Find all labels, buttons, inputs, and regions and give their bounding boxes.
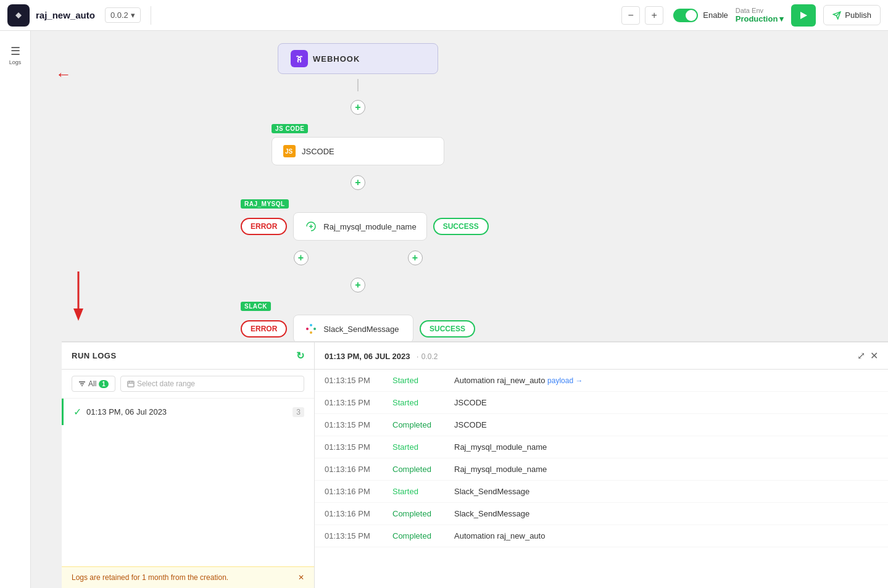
log-name: Slack_SendMessage <box>454 509 878 518</box>
log-status: Started <box>392 398 454 407</box>
slack-error-badge[interactable]: ERROR <box>241 320 287 337</box>
run-button[interactable] <box>791 4 816 27</box>
slack-label: Slack_SendMessage <box>323 325 399 334</box>
add-connector-3[interactable]: + <box>351 278 365 292</box>
slack-success-badge[interactable]: SUCCESS <box>420 320 475 337</box>
log-table-row: 01:13:15 PM Completed JSCODE <box>315 414 888 436</box>
topbar-divider <box>151 6 151 25</box>
jscode-node[interactable]: JS JSCODE <box>272 137 444 165</box>
data-env-label: Data Env <box>736 7 763 14</box>
log-table: 01:13:15 PM Started Automation raj_new_a… <box>315 370 888 588</box>
toggle-switch[interactable] <box>673 9 698 22</box>
webhook-node[interactable]: WEBHOOK <box>278 43 438 74</box>
log-time: 01:13:15 PM <box>325 420 392 429</box>
log-time: 01:13:15 PM <box>325 376 392 385</box>
run-logs-footer: Logs are retained for 1 month from the c… <box>62 566 314 588</box>
mysql-label: Raj_mysql_module_name <box>323 222 416 231</box>
log-status: Completed <box>392 509 454 518</box>
enable-toggle[interactable]: Enable <box>673 9 728 22</box>
mysql-row: ERROR Raj_mysql_module_name SUCCESS <box>241 212 475 241</box>
mysql-success-connector[interactable]: + <box>408 251 423 265</box>
refresh-button[interactable]: ↻ <box>296 350 305 362</box>
project-title: raj_new_auto <box>36 10 95 20</box>
log-status: Completed <box>392 531 454 540</box>
log-detail-actions: ⤢ ✕ <box>857 350 878 362</box>
mysql-error-badge[interactable]: ERROR <box>241 218 287 235</box>
log-table-row: 01:13:15 PM Started Automation raj_new_a… <box>315 370 888 392</box>
publish-button[interactable]: Publish <box>823 5 881 25</box>
log-status: Started <box>392 442 454 452</box>
zoom-in-button[interactable]: + <box>645 6 663 25</box>
run-logs-header: RUN LOGS ↻ <box>62 342 314 370</box>
app-logo <box>7 4 30 27</box>
log-name: Automation raj_new_auto <box>454 531 878 540</box>
log-detail-version-value: 0.0.2 <box>421 352 438 361</box>
add-connector-1[interactable]: + <box>351 100 365 115</box>
filter-all-button[interactable]: All 1 <box>72 376 115 392</box>
log-table-row: 01:13:16 PM Started Slack_SendMessage <box>315 481 888 503</box>
svg-point-6 <box>298 57 301 60</box>
version-selector[interactable]: 0.0.2 ▾ <box>105 7 141 23</box>
bottom-panel: RUN LOGS ↻ All 1 Select date range ✓ <box>62 341 888 588</box>
log-status: Completed <box>392 465 454 474</box>
slack-icon <box>304 321 318 336</box>
log-table-row: 01:13:16 PM Completed Slack_SendMessage <box>315 503 888 525</box>
log-name: JSCODE <box>454 398 878 407</box>
mysql-icon <box>304 219 318 234</box>
log-time: 01:13:16 PM <box>325 509 392 518</box>
red-arrow-down <box>71 271 86 323</box>
log-time: 01:13:16 PM <box>325 487 392 496</box>
date-filter-button[interactable]: Select date range <box>120 376 304 392</box>
jscode-tag: JS CODE <box>272 124 308 133</box>
sidebar-menu-button[interactable]: ☰ Logs <box>6 41 25 69</box>
zoom-controls: − + <box>621 6 663 25</box>
close-log-button[interactable]: ✕ <box>870 350 878 362</box>
log-table-row: 01:13:15 PM Completed Automation raj_new… <box>315 525 888 547</box>
red-arrow-left: ← <box>56 65 72 84</box>
log-time: 01:13:15 PM <box>325 531 392 540</box>
svg-marker-5 <box>73 308 83 321</box>
log-name: Raj_mysql_module_name <box>454 442 878 452</box>
slack-tag: SLACK <box>241 302 271 311</box>
run-logs-panel: RUN LOGS ↻ All 1 Select date range ✓ <box>62 342 315 588</box>
log-check-icon: ✓ <box>73 406 81 418</box>
log-item-text: 01:13 PM, 06 Jul 2023 <box>86 407 288 416</box>
run-logs-filter: All 1 Select date range <box>62 370 314 399</box>
enable-label: Enable <box>703 10 728 20</box>
add-connector-2[interactable]: + <box>351 175 365 190</box>
log-name: Slack_SendMessage <box>454 487 878 496</box>
slack-node[interactable]: Slack_SendMessage <box>293 315 413 343</box>
log-table-row: 01:13:15 PM Started Raj_mysql_module_nam… <box>315 436 888 458</box>
svg-rect-13 <box>128 381 134 387</box>
svg-marker-1 <box>800 12 807 19</box>
log-detail-title: 01:13 PM, 06 JUL 2023 <box>325 352 410 361</box>
run-logs-title: RUN LOGS <box>72 351 117 360</box>
payload-link[interactable]: payload → <box>547 376 583 385</box>
log-status: Started <box>392 376 454 385</box>
topbar: raj_new_auto 0.0.2 ▾ − + Enable Data Env… <box>0 0 888 31</box>
mysql-section: RAJ_MYSQL ERROR Raj_mysql_module_name SU… <box>142 197 574 270</box>
mysql-node[interactable]: Raj_mysql_module_name <box>293 212 426 241</box>
log-name: Automation raj_new_auto payload → <box>454 376 878 385</box>
webhook-label: WEBHOOK <box>313 54 360 64</box>
connector-1 <box>142 79 574 91</box>
data-env-selector[interactable]: Data Env Production ▾ <box>736 7 784 23</box>
run-log-item[interactable]: ✓ 01:13 PM, 06 Jul 2023 3 <box>62 399 314 425</box>
mysql-error-connector[interactable]: + <box>294 251 309 265</box>
log-detail-panel: 01:13 PM, 06 JUL 2023 · 0.0.2 ⤢ ✕ 01:13:… <box>315 342 888 588</box>
log-name: Raj_mysql_module_name <box>454 465 878 474</box>
retention-text: Logs are retained for 1 month from the c… <box>72 573 228 582</box>
flow-diagram: WEBHOOK + JS CODE JS <box>142 43 574 375</box>
expand-button[interactable]: ⤢ <box>857 350 865 362</box>
jscode-label: JSCODE <box>302 147 334 156</box>
log-detail-version: · <box>417 352 418 361</box>
topbar-right: Enable Data Env Production ▾ Publish <box>673 4 881 27</box>
footer-close-icon[interactable]: ✕ <box>298 573 304 582</box>
log-status: Completed <box>392 420 454 429</box>
mysql-success-badge[interactable]: SUCCESS <box>433 218 489 235</box>
svg-rect-12 <box>310 331 312 334</box>
jscode-section: JS CODE JS JSCODE <box>142 122 574 165</box>
log-status: Started <box>392 487 454 496</box>
log-item-count: 3 <box>293 407 304 417</box>
zoom-out-button[interactable]: − <box>621 6 640 25</box>
